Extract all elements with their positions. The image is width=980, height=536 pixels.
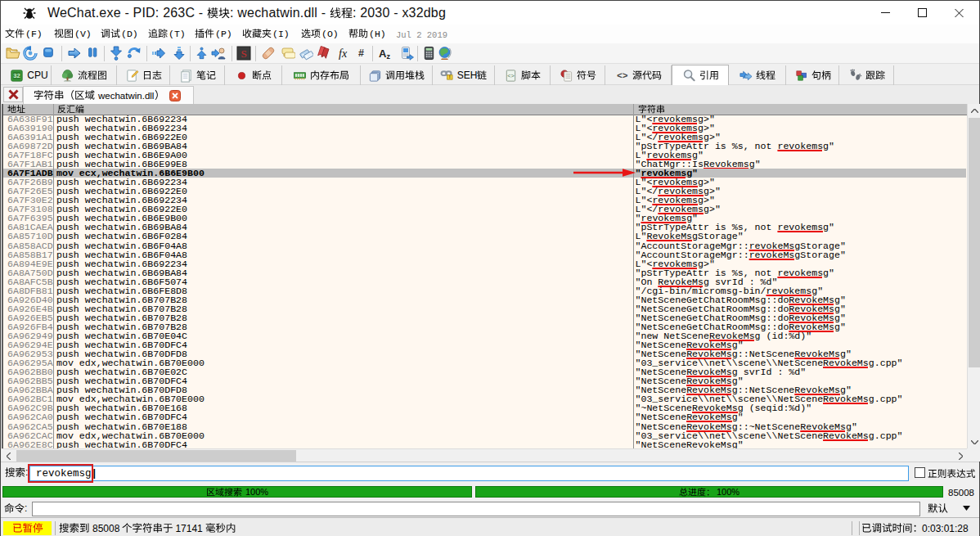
svg-text:z: z bbox=[387, 52, 391, 61]
svg-text:A: A bbox=[379, 47, 387, 60]
svg-text:<>: <> bbox=[616, 71, 627, 81]
svg-text:<>: <> bbox=[507, 73, 515, 79]
svg-text:fx: fx bbox=[339, 47, 348, 60]
svg-text:!: ! bbox=[448, 74, 450, 79]
svg-text:#: # bbox=[358, 47, 364, 59]
svg-text:32: 32 bbox=[14, 72, 20, 79]
svg-text:S: S bbox=[241, 47, 246, 60]
